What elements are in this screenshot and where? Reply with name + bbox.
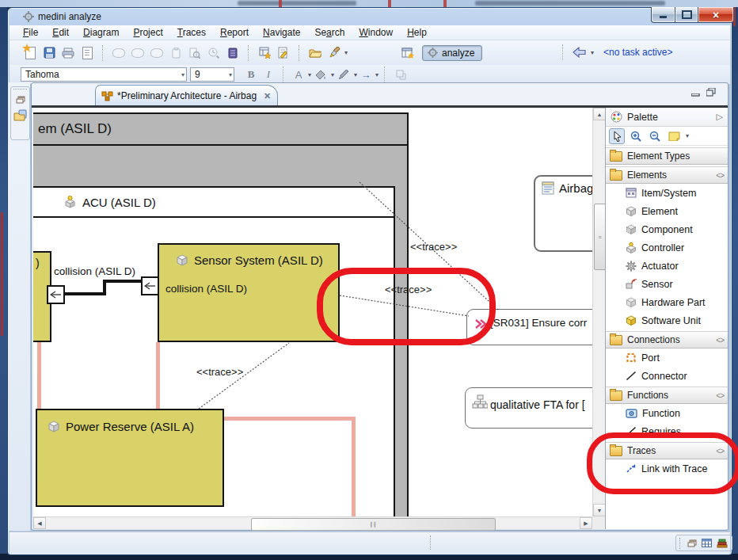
fill-color-button[interactable] — [311, 66, 330, 83]
open-perspective-button[interactable] — [398, 44, 417, 62]
palette-item-component[interactable]: Component — [606, 220, 728, 238]
palette-item-controller[interactable]: Controller — [606, 238, 728, 257]
salmon-connector[interactable] — [352, 417, 356, 516]
acu-title-bar[interactable]: ACU (ASIL D) — [33, 188, 394, 218]
menu-search[interactable]: Search — [307, 25, 352, 40]
menu-help[interactable]: Help — [400, 25, 434, 40]
font-color-button[interactable]: A — [290, 69, 307, 81]
group-expander-icon[interactable]: <> — [716, 336, 724, 345]
italic-button[interactable]: I — [260, 68, 277, 81]
minimize-button[interactable] — [651, 7, 675, 23]
palette-group-header-element-types[interactable]: Element Types — [606, 147, 728, 165]
editor-tab-preliminary-architecture[interactable]: *Preliminary Architecture - Airbag ✕ — [95, 85, 278, 106]
palette-item-sensor[interactable]: Sensor — [606, 275, 728, 293]
palette-group-header-elements[interactable]: Elements <> — [606, 166, 728, 184]
menu-navigate[interactable]: Navigate — [256, 25, 307, 40]
scroll-left-button[interactable]: ◀ — [33, 517, 46, 529]
search-document-button[interactable] — [185, 44, 204, 62]
restore-view-icon[interactable] — [687, 539, 697, 547]
scroll-up-button[interactable]: ▲ — [593, 108, 606, 120]
note-tool[interactable] — [666, 128, 682, 144]
system-container-header[interactable]: em (ASIL D) — [33, 114, 407, 146]
sensor-system-component[interactable]: Sensor System (ASIL D) collision (ASIL D… — [158, 243, 340, 342]
check-document-button[interactable] — [274, 44, 293, 62]
new-diagram-button[interactable] — [21, 44, 40, 62]
palette-item-element[interactable]: Element — [606, 202, 728, 220]
maximize-button[interactable] — [675, 7, 698, 23]
note-tool-dropdown[interactable]: ▾ — [686, 132, 689, 139]
font-name-combo[interactable]: Tahoma ▾ — [21, 67, 187, 82]
palette-item-software-unit[interactable]: Software Unit — [606, 311, 728, 330]
perspective-analyze-button[interactable]: analyze — [422, 45, 482, 61]
select-tool[interactable] — [609, 128, 625, 144]
print-button[interactable] — [59, 44, 78, 62]
comment-button[interactable] — [109, 44, 128, 62]
collision-connector[interactable] — [105, 280, 143, 283]
palette-item-item-system[interactable]: Item/System — [606, 184, 728, 202]
minimize-editor-icon[interactable] — [690, 88, 700, 97]
active-task-label[interactable]: <no task active> — [603, 47, 672, 58]
menu-edit[interactable]: Edit — [45, 25, 76, 40]
palette-header[interactable]: Palette ▷ — [606, 108, 728, 127]
group-expander-icon[interactable]: <> — [716, 391, 724, 400]
palette-group-header-connections[interactable]: Connections <> — [606, 331, 728, 349]
comment-add-button[interactable] — [128, 44, 147, 62]
collision-connector[interactable] — [63, 292, 105, 295]
maximize-editor-icon[interactable] — [706, 88, 716, 97]
power-reserve-component[interactable]: Power Reserve (ASIL A) — [36, 409, 224, 507]
zoom-in-tool[interactable] — [628, 128, 644, 144]
horizontal-scrollbar[interactable]: ◀ ∥∥ ▶ — [33, 516, 592, 529]
comment-count-button[interactable] — [147, 44, 166, 62]
palette-item-port[interactable]: Port — [606, 349, 728, 367]
close-button[interactable]: × — [698, 7, 734, 23]
menu-diagram[interactable]: Diagram — [76, 25, 126, 40]
palette-item-hardware-part[interactable]: Hardware Part — [606, 293, 728, 311]
back-arrow-dropdown[interactable]: ▾ — [591, 49, 594, 56]
project-explorer-button[interactable] — [11, 104, 29, 121]
save-button[interactable] — [40, 44, 59, 62]
scroll-down-button[interactable]: ▼ — [593, 504, 606, 516]
palette-item-connector[interactable]: Connector — [606, 367, 728, 385]
format-brush-button[interactable] — [325, 44, 344, 62]
palette-group-header-functions[interactable]: Functions <> — [606, 387, 728, 404]
tab-close-icon[interactable]: ✕ — [264, 91, 271, 101]
port-in-left[interactable] — [47, 285, 65, 304]
salmon-connector[interactable] — [224, 417, 356, 421]
title-bar[interactable]: medini analyze × — [8, 8, 732, 25]
menu-report[interactable]: Report — [213, 25, 256, 40]
brush-dropdown[interactable]: ▾ — [344, 49, 348, 56]
arrow-style-button[interactable]: → — [357, 69, 375, 81]
salmon-connector[interactable] — [37, 342, 41, 409]
routing-button[interactable] — [391, 66, 410, 83]
open-folder-button[interactable] — [306, 44, 325, 62]
menu-project[interactable]: Project — [126, 25, 169, 40]
group-expander-icon[interactable]: <> — [716, 171, 724, 180]
arrow-style-dropdown[interactable]: ▾ — [375, 71, 379, 78]
generate-table-button[interactable] — [255, 44, 274, 62]
copy-clipboard-button[interactable] — [166, 44, 185, 62]
horizontal-scroll-thumb[interactable]: ∥∥ — [251, 518, 496, 531]
menu-traces[interactable]: Traces — [170, 25, 213, 40]
library-books-icon[interactable] — [717, 539, 728, 548]
table-view-icon[interactable] — [702, 539, 712, 547]
line-color-button[interactable] — [334, 66, 353, 83]
drag-grip[interactable] — [679, 538, 683, 549]
report-button[interactable] — [78, 44, 97, 62]
menu-file[interactable]: File — [16, 25, 45, 40]
palette-item-function[interactable]: Function — [606, 404, 728, 422]
scroll-right-button[interactable]: ▶ — [580, 517, 592, 529]
palette-item-actuator[interactable]: Actuator — [606, 257, 728, 275]
bold-button[interactable]: B — [242, 68, 260, 81]
palette-collapse-icon[interactable]: ▷ — [717, 112, 723, 122]
menu-window[interactable]: Window — [352, 25, 400, 40]
zoom-out-tool[interactable] — [647, 128, 663, 144]
restore-view-button[interactable] — [11, 93, 29, 104]
salmon-connector[interactable] — [156, 342, 160, 409]
document-purple-button[interactable] — [223, 44, 242, 62]
back-arrow-icon[interactable] — [573, 47, 587, 58]
font-size-combo[interactable]: 9 ▾ — [190, 67, 234, 82]
port-in-sensor[interactable] — [141, 276, 159, 295]
clipped-component-label: ) — [36, 257, 40, 269]
search-history-button[interactable] — [204, 44, 223, 62]
diagram-canvas[interactable]: em (ASIL D) ACU (ASIL D) — [33, 108, 592, 516]
